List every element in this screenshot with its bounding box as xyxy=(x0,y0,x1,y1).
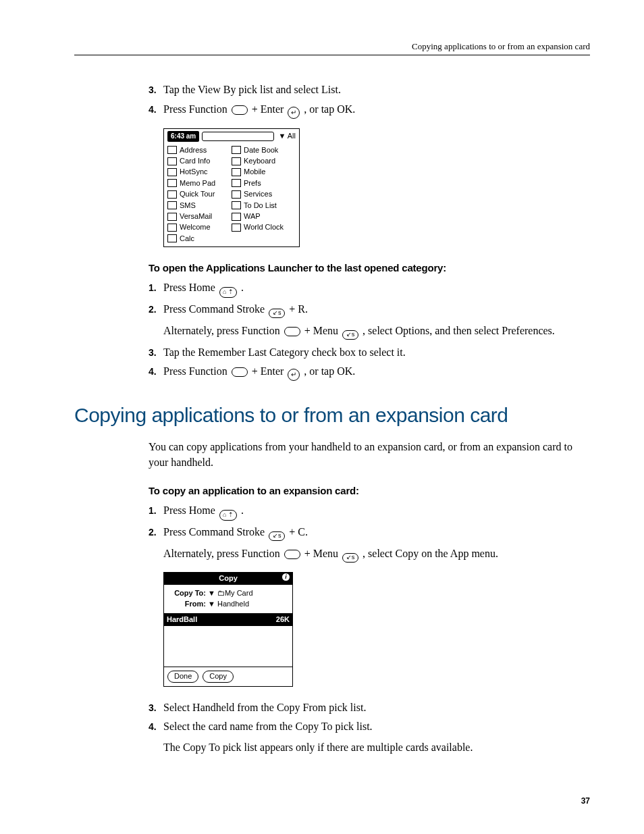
from-value: ▼ Handheld xyxy=(208,599,249,609)
step-row: 1.Press Home ⌂ ⇡ . xyxy=(149,280,590,298)
copy-dialog-title: Copy xyxy=(219,574,238,582)
launcher-app: Calc xyxy=(167,234,232,244)
launcher-app: WAP xyxy=(232,211,296,221)
app-label: Services xyxy=(244,189,272,199)
step-body: Press Function + Enter ↵ , or tap OK. xyxy=(163,364,590,381)
step-number: 4. xyxy=(149,102,163,117)
procedure-heading-1: To open the Applications Launcher to the… xyxy=(149,261,590,275)
header-rule xyxy=(74,55,590,55)
app-label: Memo Pad xyxy=(180,178,215,188)
launcher-time: 6:43 am xyxy=(167,131,199,142)
app-icon xyxy=(232,224,241,232)
app-label: WAP xyxy=(244,211,261,221)
step-row: 2.Press Command Stroke ↙s + R. xyxy=(149,302,590,318)
step-body: Tap the View By pick list and select Lis… xyxy=(163,82,590,97)
app-label: Calc xyxy=(180,234,194,244)
alt-paragraph-2: Alternately, press Function + Menu ↙s , … xyxy=(163,546,590,563)
enter-key-icon: ↵ xyxy=(288,369,300,381)
launcher-app: SMS xyxy=(167,201,232,211)
step-body: Press Command Stroke ↙s + R. xyxy=(163,302,590,318)
app-label: Address xyxy=(180,145,207,155)
step-row: 3.Tap the Remember Last Category check b… xyxy=(149,345,590,360)
copy-list-item-size: 26K xyxy=(276,615,290,625)
app-label: HotSync xyxy=(180,167,208,177)
app-label: Quick Tour xyxy=(180,189,215,199)
app-icon xyxy=(232,168,241,176)
app-icon xyxy=(232,190,241,199)
copy-dialog-screenshot: Copy i Copy To: ▼ 🗀My Card From: ▼ Handh… xyxy=(163,572,293,687)
copy-to-label: Copy To: xyxy=(168,588,208,598)
launcher-screenshot: 6:43 am ▼ All AddressCard InfoHotSyncMem… xyxy=(163,128,300,248)
step-row: 1.Press Home ⌂ ⇡ . xyxy=(149,503,590,521)
command-stroke-icon: ↙s xyxy=(269,531,285,541)
launcher-app: Card Info xyxy=(167,156,232,166)
step-body: Press Home ⌂ ⇡ . xyxy=(163,503,590,521)
step-body: Select the card name from the Copy To pi… xyxy=(163,719,590,734)
launcher-app: To Do List xyxy=(232,201,296,211)
step-number: 3. xyxy=(149,345,163,360)
launcher-app: Keyboard xyxy=(232,156,296,166)
app-icon xyxy=(167,168,177,176)
home-key-icon: ⌂ ⇡ xyxy=(219,287,237,298)
step-number: 2. xyxy=(149,525,163,540)
app-icon xyxy=(232,201,241,209)
done-button: Done xyxy=(167,671,198,682)
enter-key-icon: ↵ xyxy=(288,107,300,119)
step-number: 2. xyxy=(149,302,163,317)
step-number: 3. xyxy=(149,700,163,715)
section-intro: You can copy applications from your hand… xyxy=(149,440,590,470)
app-label: Card Info xyxy=(180,156,210,166)
function-key-icon xyxy=(232,105,248,115)
app-label: World Clock xyxy=(244,222,284,232)
function-key-icon xyxy=(284,327,300,336)
command-stroke-icon: ↙s xyxy=(342,330,358,340)
launcher-app: Address xyxy=(167,145,232,155)
step-row: 4.Select the card name from the Copy To … xyxy=(149,719,590,734)
page-number: 37 xyxy=(74,796,590,807)
app-label: Welcome xyxy=(180,222,211,232)
tail-paragraph: The Copy To pick list appears only if th… xyxy=(163,740,590,755)
app-label: Date Book xyxy=(244,145,278,155)
launcher-app: Prefs xyxy=(232,178,296,188)
app-label: Mobile xyxy=(244,167,265,177)
app-icon xyxy=(167,179,177,187)
step-row: 3.Tap the View By pick list and select L… xyxy=(149,82,590,97)
app-icon xyxy=(232,157,241,165)
launcher-app: VersaMail xyxy=(167,211,232,221)
copy-to-value: ▼ 🗀My Card xyxy=(208,588,253,598)
app-icon xyxy=(167,190,177,199)
command-stroke-icon: ↙s xyxy=(342,553,358,563)
app-label: To Do List xyxy=(244,201,277,211)
step-row: 2.Press Command Stroke ↙s + C. xyxy=(149,525,590,541)
launcher-category-picker: ▼ All xyxy=(278,131,296,141)
launcher-app: Memo Pad xyxy=(167,178,232,188)
launcher-app: Services xyxy=(232,189,296,199)
step-body: Press Function + Enter ↵ , or tap OK. xyxy=(163,102,590,119)
launcher-app: Mobile xyxy=(232,167,296,177)
launcher-app: Date Book xyxy=(232,145,296,155)
function-key-icon xyxy=(232,367,248,377)
command-stroke-icon: ↙s xyxy=(269,309,285,318)
step-row: 3.Select Handheld from the Copy From pic… xyxy=(149,700,590,715)
step-number: 3. xyxy=(149,82,163,97)
app-label: Keyboard xyxy=(244,156,275,166)
launcher-tab xyxy=(202,132,274,141)
step-body: Press Command Stroke ↙s + C. xyxy=(163,525,590,541)
app-icon xyxy=(167,234,177,242)
step-number: 1. xyxy=(149,280,163,295)
app-icon xyxy=(232,146,241,154)
app-icon xyxy=(232,179,241,187)
step-number: 4. xyxy=(149,364,163,379)
section-heading: Copying applications to or from an expan… xyxy=(74,401,590,429)
function-key-icon xyxy=(284,550,300,559)
app-icon xyxy=(167,201,177,209)
launcher-app: World Clock xyxy=(232,222,296,232)
launcher-app: Welcome xyxy=(167,222,232,232)
info-icon: i xyxy=(282,573,290,581)
copy-button: Copy xyxy=(203,671,234,682)
app-label: VersaMail xyxy=(180,211,212,221)
step-row: 4.Press Function + Enter ↵ , or tap OK. xyxy=(149,102,590,119)
app-icon xyxy=(232,213,241,221)
app-icon xyxy=(167,146,177,154)
app-icon xyxy=(167,157,177,165)
